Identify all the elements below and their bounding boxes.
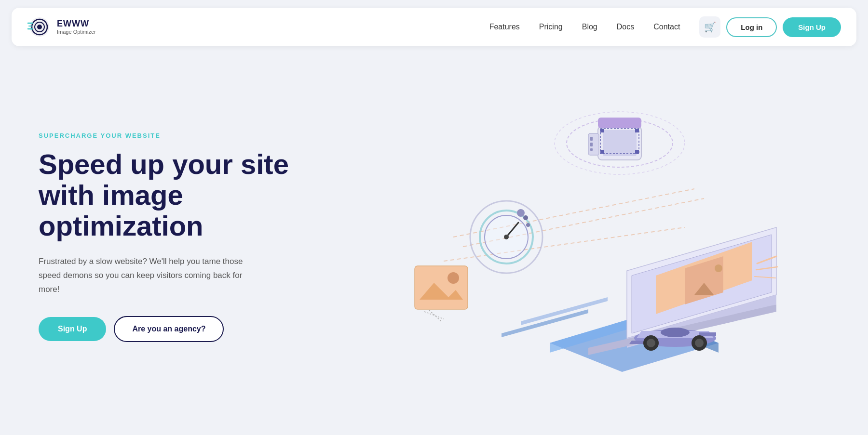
hero-description: Frustrated by a slow website? We'll help…: [39, 255, 260, 297]
cart-icon: 🛒: [704, 21, 716, 33]
svg-rect-42: [590, 143, 593, 146]
svg-rect-40: [588, 133, 599, 155]
svg-point-30: [647, 339, 655, 347]
svg-marker-61: [521, 297, 608, 325]
hero-content: SUPERCHARGE YOUR WEBSITE Speed up your s…: [39, 132, 299, 342]
login-button[interactable]: Log in: [726, 17, 777, 37]
svg-rect-38: [635, 150, 639, 154]
svg-point-54: [526, 223, 530, 227]
svg-rect-34: [603, 130, 637, 156]
navbar: EWWW Image Optimizer Features Pricing Bl…: [12, 8, 856, 46]
cart-button[interactable]: 🛒: [699, 16, 720, 38]
svg-rect-35: [600, 129, 604, 132]
hero-title: Speed up your site with image optimizati…: [39, 149, 299, 241]
svg-rect-55: [415, 266, 468, 309]
svg-rect-43: [590, 148, 593, 151]
nav-signup-button[interactable]: Sign Up: [783, 17, 841, 37]
hero-signup-button[interactable]: Sign Up: [39, 317, 106, 341]
nav-link-contact[interactable]: Contact: [653, 23, 680, 31]
svg-rect-41: [590, 137, 593, 141]
nav-actions: 🛒 Log in Sign Up: [699, 16, 841, 38]
hero-section: SUPERCHARGE YOUR WEBSITE Speed up your s…: [0, 54, 868, 420]
hero-illustration: [318, 92, 829, 382]
svg-point-57: [448, 272, 459, 284]
logo-text: EWWW Image Optimizer: [57, 19, 96, 36]
hero-eyebrow: SUPERCHARGE YOUR WEBSITE: [39, 132, 299, 139]
svg-line-58: [424, 312, 444, 319]
svg-point-52: [517, 209, 525, 217]
svg-marker-28: [699, 332, 716, 336]
nav-link-pricing[interactable]: Pricing: [539, 23, 563, 31]
svg-marker-60: [502, 309, 588, 337]
svg-rect-37: [600, 150, 604, 154]
nav-link-docs[interactable]: Docs: [617, 23, 634, 31]
svg-point-26: [661, 328, 690, 337]
nav-link-blog[interactable]: Blog: [582, 23, 597, 31]
svg-rect-44: [598, 118, 641, 128]
svg-point-18: [715, 264, 722, 272]
svg-rect-36: [635, 129, 639, 132]
svg-point-32: [695, 339, 704, 347]
logo[interactable]: EWWW Image Optimizer: [27, 14, 96, 40]
nav-link-features[interactable]: Features: [489, 23, 520, 31]
hero-buttons: Sign Up Are you an agency?: [39, 316, 299, 342]
hero-agency-button[interactable]: Are you an agency?: [114, 316, 224, 342]
hero-illustration-svg: [318, 92, 829, 382]
nav-links: Features Pricing Blog Docs Contact: [489, 23, 680, 31]
svg-point-3: [37, 25, 42, 29]
svg-point-51: [504, 235, 509, 239]
svg-point-53: [523, 215, 528, 220]
logo-icon: [27, 14, 52, 40]
